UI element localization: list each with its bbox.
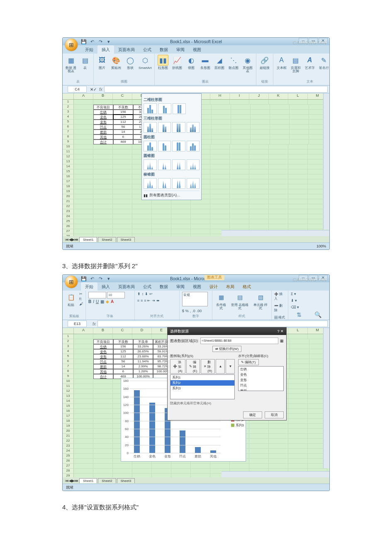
cell[interactable] — [269, 179, 288, 184]
cell[interactable] — [93, 404, 113, 409]
pivot-button[interactable]: ▦数据 透视表 — [65, 55, 77, 73]
cell[interactable]: 2.99% — [133, 364, 153, 369]
row-header[interactable]: 27 — [63, 464, 74, 469]
cell[interactable] — [152, 214, 171, 219]
cell[interactable] — [288, 184, 308, 189]
cell[interactable] — [269, 449, 288, 454]
sheet-tab-2[interactable]: Sheet2 — [98, 237, 116, 242]
cell[interactable] — [288, 199, 308, 204]
cell[interactable] — [230, 184, 249, 189]
cell[interactable] — [93, 399, 113, 404]
cell[interactable] — [288, 404, 308, 409]
cell[interactable] — [231, 130, 251, 134]
cell[interactable] — [249, 219, 269, 224]
cell[interactable] — [288, 414, 308, 419]
edit-series-button[interactable]: ✎编辑(E) — [186, 359, 200, 374]
cell[interactable] — [74, 174, 93, 179]
cell[interactable] — [288, 189, 308, 194]
cell[interactable]: 凹点 — [93, 125, 113, 130]
cell[interactable] — [191, 214, 210, 219]
font-size[interactable]: 10 — [107, 292, 125, 298]
delete-cells-button[interactable]: ➖ 删除 — [274, 303, 285, 313]
cell[interactable] — [270, 110, 290, 115]
cell[interactable] — [93, 414, 113, 419]
row-header[interactable]: 19 — [63, 424, 74, 429]
cell[interactable] — [210, 164, 230, 169]
cell[interactable] — [251, 105, 270, 110]
chart-pyr-2[interactable] — [158, 178, 171, 189]
cell[interactable] — [288, 399, 308, 404]
series-item[interactable]: 系列3 — [170, 386, 234, 391]
row-header[interactable]: 13 — [63, 159, 74, 164]
column-header[interactable]: A — [74, 328, 93, 334]
autosum-icon[interactable]: Σ ▾ — [291, 292, 296, 296]
cell[interactable]: 不良项目 — [93, 105, 113, 110]
row-header[interactable]: 20 — [63, 194, 74, 199]
cell[interactable] — [288, 144, 308, 149]
row-header[interactable]: 17 — [63, 179, 74, 184]
cell[interactable] — [93, 409, 113, 414]
sheet-tab-3[interactable]: Sheet3 — [117, 478, 135, 483]
bold-button[interactable]: B — [88, 299, 91, 304]
formula-bar[interactable] — [104, 86, 328, 93]
cell[interactable] — [210, 214, 230, 219]
cell[interactable] — [113, 179, 132, 184]
category-item[interactable]: 生锈 — [239, 367, 283, 372]
row-header[interactable]: 16 — [63, 409, 74, 414]
cell[interactable] — [288, 174, 308, 179]
font-color-button[interactable]: A — [111, 299, 114, 304]
cell[interactable] — [269, 424, 288, 429]
save-icon[interactable]: 💾 — [81, 39, 87, 44]
cell[interactable] — [249, 429, 269, 434]
column-header[interactable]: L — [288, 328, 308, 334]
cell[interactable] — [290, 354, 309, 359]
cell[interactable] — [249, 154, 269, 159]
cell[interactable] — [270, 125, 290, 130]
cell[interactable] — [269, 464, 288, 469]
cell[interactable] — [269, 164, 288, 169]
cell[interactable] — [93, 469, 113, 474]
row-header[interactable]: 23 — [63, 209, 74, 214]
cell[interactable] — [191, 224, 210, 229]
row-header[interactable]: 11 — [63, 384, 74, 389]
cell[interactable] — [113, 209, 132, 214]
cell[interactable] — [210, 154, 230, 159]
cell[interactable]: 33.26% — [133, 344, 153, 349]
cell[interactable] — [230, 144, 249, 149]
row-header[interactable]: 14 — [63, 399, 74, 404]
cell[interactable] — [113, 154, 132, 159]
cell[interactable] — [74, 369, 93, 374]
dec-dec-icon[interactable]: .00 — [197, 309, 202, 313]
cell[interactable] — [113, 194, 132, 199]
cell[interactable] — [113, 204, 132, 209]
cell[interactable] — [249, 424, 269, 429]
chart-cyl-3[interactable] — [172, 141, 185, 152]
cell[interactable] — [132, 334, 152, 339]
cell[interactable] — [288, 169, 308, 174]
cell[interactable] — [249, 100, 269, 105]
row-header[interactable]: 3 — [63, 344, 74, 349]
cell[interactable] — [288, 429, 308, 434]
chart-pyr-3[interactable] — [172, 178, 185, 189]
cell[interactable] — [269, 219, 288, 224]
cell[interactable] — [93, 100, 113, 105]
cell[interactable] — [132, 214, 152, 219]
cell[interactable] — [93, 214, 113, 219]
bar[interactable] — [195, 447, 201, 453]
cell[interactable] — [230, 149, 249, 154]
sheet-nav-next[interactable]: ▶ — [72, 237, 75, 242]
tab-insert[interactable]: 插入 — [97, 282, 114, 291]
cell[interactable] — [74, 394, 93, 399]
cell[interactable]: 不良数 — [113, 105, 133, 110]
cell[interactable] — [270, 120, 290, 125]
clipart-button[interactable]: 🎨剪贴画 — [110, 55, 122, 70]
tab-home[interactable]: 开始 — [81, 282, 97, 291]
cell[interactable] — [74, 409, 93, 414]
cell[interactable] — [290, 139, 309, 144]
cell[interactable]: 156 — [113, 344, 133, 349]
cell[interactable] — [210, 174, 230, 179]
cell[interactable] — [74, 404, 93, 409]
cell[interactable] — [269, 454, 288, 459]
cell[interactable]: 变色 — [93, 349, 113, 354]
cell[interactable] — [74, 144, 93, 149]
